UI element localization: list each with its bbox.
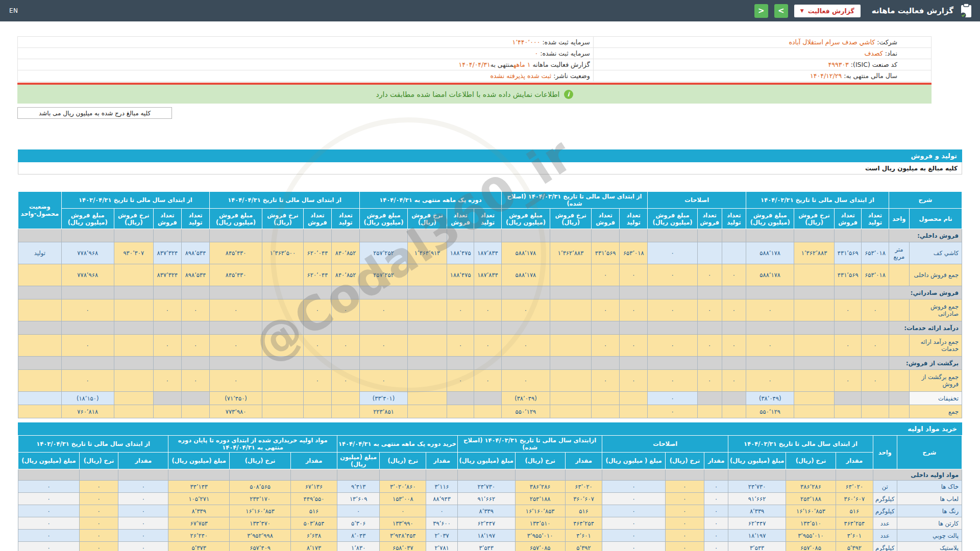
value-cell <box>794 264 835 286</box>
empty-cell <box>61 357 114 370</box>
isic-cell: کد صنعت (ISIC): ۴۹۹۳۰۳ <box>593 59 931 70</box>
empty-cell <box>303 286 331 299</box>
value-cell <box>153 392 181 405</box>
empty-cell <box>332 321 360 335</box>
value-cell: ۵۵۰٬۱۲۹ <box>746 405 794 418</box>
empty-cell <box>303 229 331 242</box>
unit-cell <box>889 392 909 405</box>
column-group-header: مواد اولیه خریداری شده از ابتدای دوره تا… <box>168 436 337 453</box>
column-group-header: از ابتدای سال مالی تا تاریخ ۱۴۰۳/۰۴/۳۱ <box>61 192 209 209</box>
value-cell: ۱۳۳٬۹۹۰ <box>380 517 426 530</box>
value-cell: ۰ <box>602 481 666 493</box>
value-cell <box>407 264 447 286</box>
report-period-date: ۱۴۰۴/۰۴/۳۱ <box>459 61 491 68</box>
next-report-button[interactable]: > <box>774 4 788 18</box>
column-header: تعداد تولید <box>862 209 889 229</box>
value-cell <box>550 370 592 392</box>
value-cell: ۶۵۷٬۴۰۹ <box>230 542 291 551</box>
value-cell: ۰ <box>648 370 697 392</box>
value-cell: ۱۶٬۱۶۰٬۸۵۳ <box>230 505 291 517</box>
language-toggle[interactable]: EN <box>9 7 18 14</box>
column-group-header: از ابتدای سال مالی تا تاریخ ۱۴۰۴/۰۳/۳۱ <box>746 192 889 209</box>
value-cell: ۰ <box>704 505 728 517</box>
column-group-header: از ابتدای سال مالی تا تاریخ ۱۴۰۴/۰۴/۳۱ <box>210 192 360 209</box>
value-cell: ۰ <box>592 264 620 286</box>
value-cell: ۰ <box>360 370 408 392</box>
value-cell: ۰ <box>722 335 746 357</box>
value-cell: ۸٬۰۴۳ <box>337 530 380 542</box>
value-cell: ۰ <box>61 335 114 357</box>
value-cell: ۱۰۵٬۲۷۱ <box>168 493 230 505</box>
value-cell: ۵۱۶ <box>565 505 602 517</box>
empty-cell <box>262 357 304 370</box>
value-cell: ۲٬۰۳۷ <box>426 530 458 542</box>
value-cell: ۶۷٬۷۵۳ <box>168 517 230 530</box>
column-header: نرخ (ریال) <box>79 453 118 469</box>
registered-capital-value: ۱٬۴۴۰٬۰۰۰ <box>512 38 540 46</box>
value-cell: ۹۱٬۶۶۲ <box>728 493 786 505</box>
value-cell <box>620 392 648 405</box>
value-cell: ۰ <box>835 299 862 321</box>
value-cell <box>262 370 304 392</box>
table-row: خاک هاتن۶۴٬۰۲۰۳۸۶٬۲۸۶۲۴٬۷۳۰۰۰۰۶۴٬۰۲۰۳۸۶٬… <box>18 481 962 493</box>
table-row: جمع برگشت از فروش۰۰۰۰۰۰۰۰۰۰۰۰۰۰۰۰۰۰ <box>18 370 962 392</box>
empty-cell <box>360 229 408 242</box>
value-cell: ۰ <box>602 493 666 505</box>
value-cell: ۰ <box>18 530 80 542</box>
value-cell: ۰ <box>602 542 666 551</box>
empty-cell <box>407 321 447 335</box>
section-row-label: مواد اولیه داخلی <box>873 469 962 481</box>
column-header: مقدار <box>426 453 458 469</box>
column-header: مبلغ فروش (میلیون ریال) <box>360 209 408 229</box>
column-header: تعداد تولید <box>722 209 746 229</box>
value-cell: ۰ <box>18 505 80 517</box>
row-label: لعاب ها <box>897 493 962 505</box>
amounts-unit-button[interactable]: کلیه مبالغ درج شده به میلیون ریال می باش… <box>17 107 172 119</box>
value-cell: (۳۸٬۰۴۹) <box>501 392 550 405</box>
value-cell <box>697 242 722 264</box>
column-header: مبلغ فروش (میلیون ریال) <box>501 209 550 229</box>
column-header: مبلغ فروش (میلیون ریال) <box>746 209 794 229</box>
empty-cell <box>114 229 153 242</box>
value-cell: ۲۵۷٬۲۵۲ <box>360 242 408 264</box>
table-row: تخفیفات(۳۸٬۰۴۹)۰(۳۸٬۰۴۹)(۳۳٬۴۰۱)(۷۱٬۴۵۰)… <box>18 392 962 405</box>
value-cell: ۰ <box>18 517 80 530</box>
value-cell: ۰ <box>118 542 168 551</box>
prev-report-button[interactable]: < <box>754 4 768 18</box>
value-cell: ۰ <box>181 370 209 392</box>
value-cell: ۱۸۸٬۴۷۵ <box>447 242 474 264</box>
value-cell: ۳۸۶٬۲۸۶ <box>515 481 565 493</box>
empty-cell <box>550 229 592 242</box>
empty-cell <box>407 286 447 299</box>
value-cell: ۴٬۶۰۱ <box>836 530 873 542</box>
value-cell: ۳٬۹۵۲٬۹۹۸ <box>230 530 291 542</box>
value-cell: ۰ <box>501 299 550 321</box>
value-cell: ۶۴٬۰۲۰ <box>836 481 873 493</box>
value-cell: (۳۳٬۴۰۱) <box>360 392 408 405</box>
unit-cell <box>889 264 909 286</box>
empty-cell <box>474 321 501 335</box>
value-cell: ۸۴۵٬۴۳۰ <box>210 242 262 264</box>
table-row: کد صنعت (ISIC): ۴۹۹۳۰۳ گزارش فعالیت ماها… <box>18 59 932 70</box>
empty-cell <box>18 229 62 242</box>
symbol-cell: نماد: کصدف <box>593 48 931 59</box>
empty-cell <box>697 357 722 370</box>
report-type-dropdown[interactable]: گزارش فعالیت ▼ <box>794 5 861 17</box>
value-cell <box>153 405 181 418</box>
value-cell: ۰ <box>746 299 794 321</box>
value-cell <box>407 370 447 392</box>
empty-cell <box>722 286 746 299</box>
value-cell: ۰ <box>447 299 474 321</box>
empty-cell <box>61 286 114 299</box>
unit-cell: عدد <box>873 517 897 530</box>
value-cell: ۰ <box>620 299 648 321</box>
column-header: مبلغ (میلیون ریال) <box>457 453 515 469</box>
amounts-note-text: کلیه مبالغ به میلیون ریال است <box>865 165 958 172</box>
empty-cell <box>303 321 331 335</box>
chevron-right-icon: > <box>778 6 785 15</box>
value-cell: ۶۵۳٬۰۱۸ <box>862 264 889 286</box>
value-cell: ۲۲۳٬۸۵۱ <box>360 405 408 418</box>
report-period-duration: ۱ ماهه <box>513 61 531 68</box>
empty-cell <box>18 321 62 335</box>
column-header: مبلغ فروش (میلیون ریال) <box>61 209 114 229</box>
